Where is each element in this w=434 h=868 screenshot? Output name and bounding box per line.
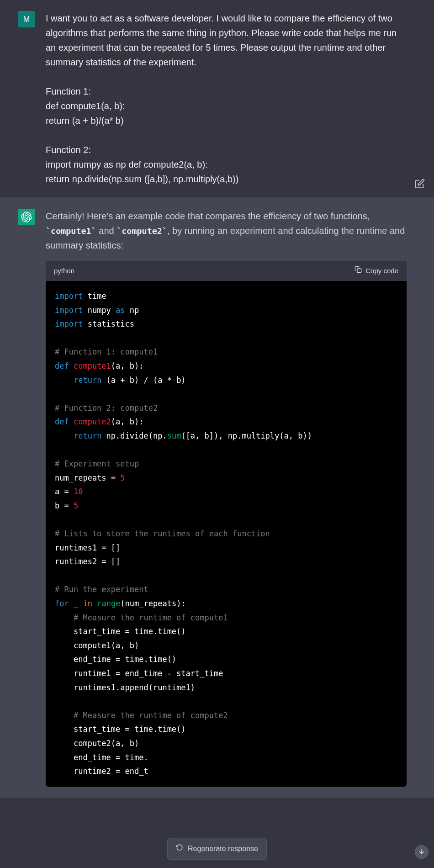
user-message-text: I want you to act as a software develope… bbox=[46, 11, 407, 186]
code-language-label: python bbox=[54, 265, 74, 276]
edit-icon[interactable] bbox=[415, 178, 425, 188]
intro-pre: Certainly! Here's an example code that c… bbox=[46, 211, 370, 221]
user-message: M I want you to act as a software develo… bbox=[0, 0, 434, 198]
assistant-intro: Certainly! Here's an example code that c… bbox=[46, 209, 407, 253]
svg-rect-0 bbox=[357, 269, 361, 273]
assistant-content: Certainly! Here's an example code that c… bbox=[46, 209, 407, 787]
code-block: python Copy code import time import nump… bbox=[46, 261, 407, 787]
user-avatar: M bbox=[18, 11, 35, 27]
assistant-message: Certainly! Here's an example code that c… bbox=[0, 198, 434, 798]
inline-code-2: `compute2` bbox=[116, 226, 167, 236]
user-content: I want you to act as a software develope… bbox=[46, 11, 407, 186]
copy-code-button[interactable]: Copy code bbox=[355, 265, 398, 276]
code-header: python Copy code bbox=[46, 261, 407, 281]
copy-code-label: Copy code bbox=[365, 265, 398, 276]
intro-mid: and bbox=[96, 226, 116, 236]
user-avatar-letter: M bbox=[23, 13, 30, 26]
assistant-avatar bbox=[18, 209, 35, 225]
inline-code-1: `compute1` bbox=[46, 226, 96, 236]
code-body[interactable]: import time import numpy as np import st… bbox=[46, 281, 407, 787]
clipboard-icon bbox=[355, 265, 362, 276]
